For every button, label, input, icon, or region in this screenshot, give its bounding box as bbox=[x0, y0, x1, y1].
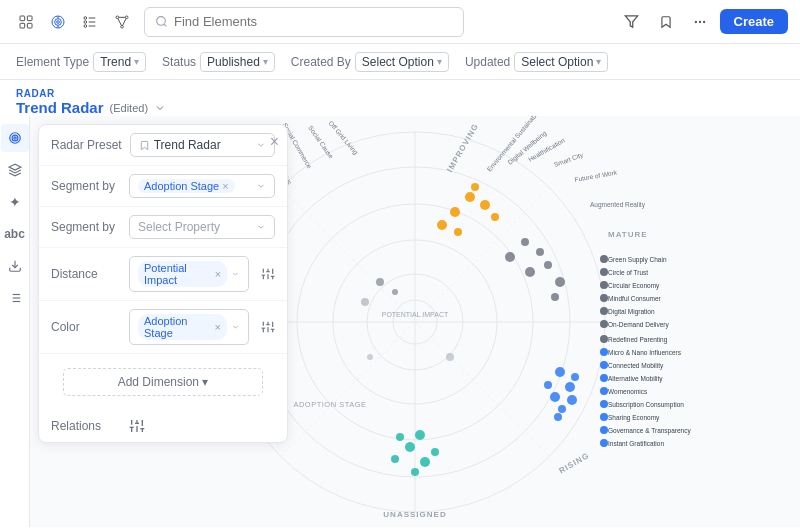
sidebar-list-icon[interactable] bbox=[1, 284, 29, 312]
breadcrumb-area: RADAR Trend Radar (Edited) bbox=[0, 80, 800, 116]
svg-point-115 bbox=[367, 354, 373, 360]
left-sidebar: ✦ abc bbox=[0, 116, 30, 527]
svg-rect-1 bbox=[27, 16, 32, 21]
svg-point-26 bbox=[702, 20, 704, 22]
svg-point-95 bbox=[471, 183, 479, 191]
sidebar-star-icon[interactable]: ✦ bbox=[1, 188, 29, 216]
sidebar-layers-icon[interactable] bbox=[1, 156, 29, 184]
seg2-chevron-icon bbox=[256, 222, 266, 232]
svg-point-24 bbox=[694, 20, 696, 22]
sidebar-text-icon[interactable]: abc bbox=[1, 220, 29, 248]
updated-dropdown[interactable]: Select Option ▾ bbox=[514, 52, 608, 72]
svg-point-86 bbox=[536, 248, 544, 256]
panel-close-btn[interactable]: × bbox=[270, 133, 279, 151]
svg-point-92 bbox=[437, 220, 447, 230]
svg-marker-23 bbox=[625, 16, 638, 27]
svg-point-94 bbox=[491, 213, 499, 221]
svg-text:Circle of Trust: Circle of Trust bbox=[608, 269, 648, 276]
top-nav: Create bbox=[0, 0, 800, 44]
dist-chevron-icon bbox=[231, 269, 240, 279]
svg-point-131 bbox=[600, 294, 608, 302]
add-dimension-chevron: ▾ bbox=[202, 375, 208, 389]
svg-point-100 bbox=[431, 448, 439, 456]
page-title: Trend Radar (Edited) bbox=[16, 99, 784, 116]
add-dimension-btn[interactable]: Add Dimension ▾ bbox=[63, 368, 263, 396]
radar-preset-label: Radar Preset bbox=[51, 138, 122, 152]
status-dropdown[interactable]: Published ▾ bbox=[200, 52, 275, 72]
svg-text:Social Cause: Social Cause bbox=[307, 124, 335, 160]
distance-row: Distance Potential Impact × bbox=[39, 248, 287, 301]
svg-point-107 bbox=[558, 405, 566, 413]
updated-filter: Updated Select Option ▾ bbox=[465, 52, 608, 72]
search-input[interactable] bbox=[174, 14, 453, 29]
svg-point-148 bbox=[600, 400, 608, 408]
sidebar-radar-icon[interactable] bbox=[1, 124, 29, 152]
color-tag: Adoption Stage × bbox=[138, 314, 227, 340]
svg-point-82 bbox=[505, 252, 515, 262]
status-filter: Status Published ▾ bbox=[162, 52, 275, 72]
radar-preset-select[interactable]: Trend Radar bbox=[130, 133, 275, 157]
filter-icon-btn[interactable] bbox=[618, 8, 646, 36]
svg-point-130 bbox=[600, 281, 608, 289]
updated-value: Select Option bbox=[521, 55, 593, 69]
relations-row: Relations bbox=[39, 410, 287, 442]
sliders-icon-1[interactable] bbox=[261, 267, 275, 281]
settings-panel: × Radar Preset Trend Radar Segment by Ad… bbox=[38, 124, 288, 443]
svg-point-110 bbox=[554, 413, 562, 421]
svg-point-111 bbox=[376, 278, 384, 286]
segment-by-1-value: Adoption Stage bbox=[144, 180, 219, 192]
created-by-chevron: ▾ bbox=[437, 56, 442, 67]
search-bar[interactable] bbox=[144, 7, 464, 37]
filter-icon bbox=[624, 14, 639, 29]
color-select[interactable]: Adoption Stage × bbox=[129, 309, 249, 345]
list-icon-btn[interactable] bbox=[76, 8, 104, 36]
published-value: Published bbox=[207, 55, 260, 69]
segment-by-1-clear[interactable]: × bbox=[222, 180, 228, 192]
svg-point-128 bbox=[600, 255, 608, 263]
segment-by-2-row: Segment by Select Property bbox=[39, 207, 287, 248]
trend-chevron: ▾ bbox=[134, 56, 139, 67]
svg-text:Redefined Parenting: Redefined Parenting bbox=[608, 336, 668, 344]
created-by-dropdown[interactable]: Select Option ▾ bbox=[355, 52, 449, 72]
bookmark-icon-btn[interactable] bbox=[652, 8, 680, 36]
updated-label: Updated bbox=[465, 55, 510, 69]
distance-label: Distance bbox=[51, 267, 121, 281]
svg-point-112 bbox=[392, 289, 398, 295]
distance-select[interactable]: Potential Impact × bbox=[129, 256, 249, 292]
radar-icon-btn[interactable] bbox=[44, 8, 72, 36]
svg-text:Alternative Mobility: Alternative Mobility bbox=[608, 375, 663, 383]
svg-text:Micro & Nano Influencers: Micro & Nano Influencers bbox=[608, 349, 682, 356]
sliders-icon-2[interactable] bbox=[261, 320, 275, 334]
create-button[interactable]: Create bbox=[720, 9, 788, 34]
more-icon-btn[interactable] bbox=[686, 8, 714, 36]
svg-text:Future of Work: Future of Work bbox=[574, 168, 618, 182]
svg-point-9 bbox=[84, 20, 87, 23]
nav-icons bbox=[12, 8, 136, 36]
grid-icon-btn[interactable] bbox=[12, 8, 40, 36]
bookmark-small-icon bbox=[139, 140, 150, 151]
svg-point-21 bbox=[157, 17, 166, 26]
updated-chevron: ▾ bbox=[596, 56, 601, 67]
svg-point-147 bbox=[600, 387, 608, 395]
color-row: Color Adoption Stage × bbox=[39, 301, 287, 354]
connect-icon-btn[interactable] bbox=[108, 8, 136, 36]
color-clear[interactable]: × bbox=[214, 321, 220, 333]
element-type-label: Element Type bbox=[16, 55, 89, 69]
color-label: Color bbox=[51, 320, 121, 334]
svg-marker-30 bbox=[9, 164, 21, 170]
distance-tag: Potential Impact × bbox=[138, 261, 227, 287]
relations-sliders-icon[interactable] bbox=[129, 418, 145, 434]
distance-clear[interactable]: × bbox=[215, 268, 221, 280]
trend-dropdown[interactable]: Trend ▾ bbox=[93, 52, 146, 72]
title-chevron-icon[interactable] bbox=[154, 102, 166, 114]
svg-point-144 bbox=[600, 348, 608, 356]
svg-text:On-Demand Delivery: On-Demand Delivery bbox=[608, 321, 669, 329]
radar-preset-row: Radar Preset Trend Radar bbox=[39, 125, 287, 166]
svg-text:Womenomics: Womenomics bbox=[608, 388, 648, 395]
breadcrumb-section: RADAR bbox=[16, 88, 784, 99]
sidebar-download-icon[interactable] bbox=[1, 252, 29, 280]
svg-point-102 bbox=[391, 455, 399, 463]
segment-by-2-select[interactable]: Select Property bbox=[129, 215, 275, 239]
svg-point-27 bbox=[9, 133, 20, 144]
segment-by-1-select[interactable]: Adoption Stage × bbox=[129, 174, 275, 198]
